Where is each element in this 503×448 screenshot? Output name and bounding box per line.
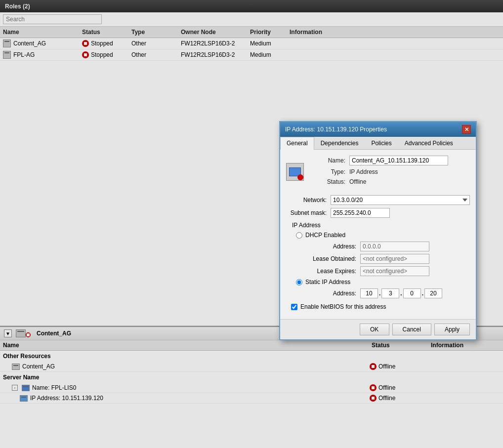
network-label: Network: [286,197,331,204]
dhcp-address-label: Address: [306,243,360,250]
dhcp-radio-row: DHCP Enabled [286,232,470,239]
dhcp-address-input [360,242,429,251]
lease-obtained-row: Lease Obtained: [286,254,470,264]
ok-button[interactable]: OK [360,324,389,335]
name-field-row: Name: [310,156,448,165]
ip-octet-2[interactable] [381,288,399,298]
name-label: Name: [310,157,349,164]
static-address-row: Address: . . . [286,288,470,298]
lease-obtained-input [360,254,429,264]
netbios-checkbox[interactable] [291,304,297,310]
lease-obtained-label: Lease Obtained: [306,255,360,262]
dhcp-address-row: Address: [286,242,470,251]
subnet-row: Subnet mask: [286,208,470,218]
lease-expires-input [360,266,429,276]
dialog-tabs: General Dependencies Policies Advanced P… [280,137,476,150]
subnet-input[interactable] [331,208,390,218]
type-field-row: Type: IP Address [310,168,448,175]
static-label: Static IP Address [305,279,350,285]
cancel-button[interactable]: Cancel [392,324,431,335]
status-value: Offline [349,178,366,185]
type-value: IP Address [349,168,378,175]
dot-separator-1: . [379,290,380,297]
subnet-label: Subnet mask: [286,209,331,216]
type-label: Type: [310,168,349,175]
ip-octet-4[interactable] [424,288,442,298]
lease-expires-row: Lease Expires: [286,266,470,276]
tab-dependencies[interactable]: Dependencies [314,137,365,149]
static-address-label: Address: [306,290,360,297]
ip-section-label: IP Address [292,222,470,229]
dialog-buttons: OK Cancel Apply [280,319,476,339]
tab-advanced-policies[interactable]: Advanced Policies [398,137,460,149]
close-button[interactable]: ✕ [462,125,471,134]
tab-policies[interactable]: Policies [365,137,398,149]
network-row: Network: 10.3.0.0/20 [286,195,470,205]
netbios-label: Enable NetBIOS for this address [300,303,386,310]
dot-separator-3: . [422,290,423,297]
resource-fields: Name: Type: IP Address Status: Offline [310,156,448,188]
network-select[interactable]: 10.3.0.0/20 [331,195,470,205]
lease-expires-label: Lease Expires: [306,268,360,275]
dot-separator-2: . [400,290,402,297]
static-radio-row: Static IP Address [286,279,470,285]
dhcp-radio[interactable] [296,232,302,239]
name-input[interactable] [349,156,448,165]
status-field-row: Status: Offline [310,178,448,185]
netbios-row: Enable NetBIOS for this address [291,303,470,310]
ip-octets: . . . [360,288,442,298]
resource-big-icon [286,163,304,181]
dialog-titlebar: IP Address: 10.151.139.120 Properties ✕ [280,122,476,137]
status-dot [297,174,303,180]
static-radio[interactable] [296,279,302,285]
properties-dialog: IP Address: 10.151.139.120 Properties ✕ … [279,121,477,340]
dialog-title: IP Address: 10.151.139.120 Properties [285,126,387,133]
ip-octet-3[interactable] [403,288,421,298]
status-label: Status: [310,178,349,185]
tab-general[interactable]: General [280,137,314,150]
dialog-body: Name: Type: IP Address Status: Offline N… [280,150,476,319]
dialog-overlay: IP Address: 10.151.139.120 Properties ✕ … [0,0,503,448]
ip-octet-1[interactable] [360,288,378,298]
dhcp-label: DHCP Enabled [305,232,345,239]
resource-icon-area: Name: Type: IP Address Status: Offline [286,156,470,188]
apply-button[interactable]: Apply [434,324,470,335]
